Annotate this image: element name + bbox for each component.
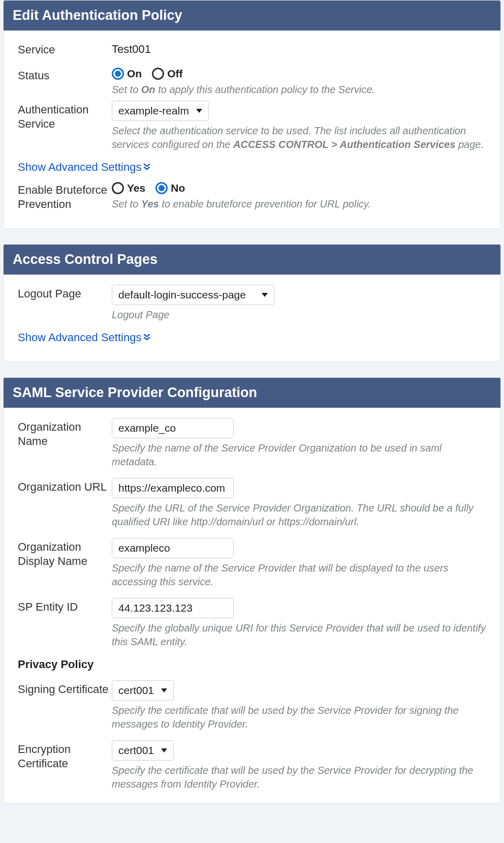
select-value: cert001	[118, 744, 154, 757]
radio-label-no: No	[171, 182, 185, 194]
panel-access-control-pages: Access Control Pages Logout Page default…	[3, 244, 501, 362]
label-org-display-name: Organization Display Name	[18, 538, 112, 569]
caret-down-icon	[161, 748, 167, 752]
radio-circle-icon	[152, 68, 164, 80]
caret-down-icon	[262, 293, 268, 297]
select-value: default-login-success-page	[118, 289, 246, 301]
row-auth-service: Authentication Service example-realm Sel…	[18, 101, 486, 152]
select-logout-page[interactable]: default-login-success-page	[112, 285, 274, 305]
panel-header-access-control-pages: Access Control Pages	[4, 245, 500, 275]
panel-edit-auth-policy: Edit Authentication Policy Service Test0…	[3, 0, 501, 229]
row-org-url: Organization URL https://exampleco.com S…	[18, 478, 486, 529]
row-encryption-cert: Encryption Certificate cert001 Specify t…	[18, 740, 486, 791]
subheading-privacy-policy: Privacy Policy	[18, 658, 486, 671]
label-status: Status	[18, 67, 112, 83]
panel-header-edit-auth-policy: Edit Authentication Policy	[4, 1, 500, 31]
row-sp-entity-id: SP Entity ID 44.123.123.123 Specify the …	[18, 598, 486, 649]
row-org-display-name: Organization Display Name exampleco Spec…	[18, 538, 486, 589]
help-encryption-cert: Specify the certificate that will be use…	[112, 764, 486, 791]
help-logout-page: Logout Page	[112, 308, 486, 322]
label-auth-service: Authentication Service	[18, 101, 112, 132]
panel-body: Organization Name example_co Specify the…	[4, 408, 500, 803]
radio-group-status: On Off	[112, 67, 486, 80]
select-encryption-cert[interactable]: cert001	[112, 740, 174, 761]
radio-circle-icon	[155, 182, 168, 194]
radio-circle-icon	[112, 182, 124, 194]
label-sp-entity-id: SP Entity ID	[18, 598, 112, 615]
panel-header-saml-sp-config: SAML Service Provider Configuration	[4, 378, 500, 408]
radio-circle-icon	[112, 68, 124, 80]
radio-label-on: On	[127, 68, 142, 80]
link-show-advanced-settings[interactable]: Show Advanced Settings	[18, 161, 150, 174]
input-org-display-name[interactable]: exampleco	[112, 538, 234, 558]
panel-body: Service Test001 Status On Off	[4, 31, 500, 228]
label-logout-page: Logout Page	[18, 285, 112, 302]
help-sp-entity-id: Specify the globally unique URI for this…	[112, 621, 486, 649]
label-signing-cert: Signing Certificate	[18, 680, 112, 697]
radio-bruteforce-yes[interactable]: Yes	[112, 182, 145, 194]
select-value: cert001	[118, 684, 154, 697]
radio-bruteforce-no[interactable]: No	[155, 182, 185, 194]
radio-status-off[interactable]: Off	[152, 68, 182, 80]
help-auth-service: Select the authentication service to be …	[112, 124, 486, 152]
radio-label-yes: Yes	[127, 182, 145, 194]
label-org-url: Organization URL	[18, 478, 112, 495]
help-org-display-name: Specify the name of the Service Provider…	[112, 561, 486, 589]
help-org-name: Specify the name of the Service Provider…	[112, 441, 486, 469]
input-org-url[interactable]: https://exampleco.com	[112, 478, 234, 498]
panel-saml-sp-config: SAML Service Provider Configuration Orga…	[3, 377, 501, 804]
caret-down-icon	[196, 109, 202, 113]
input-sp-entity-id[interactable]: 44.123.123.123	[112, 598, 234, 618]
chevron-double-down-icon	[143, 334, 150, 342]
select-value: example-realm	[118, 105, 189, 117]
caret-down-icon	[161, 688, 167, 693]
row-org-name: Organization Name example_co Specify the…	[18, 418, 486, 469]
label-service: Service	[18, 41, 112, 57]
input-org-name[interactable]: example_co	[112, 418, 234, 438]
select-signing-cert[interactable]: cert001	[112, 680, 174, 701]
label-encryption-cert: Encryption Certificate	[18, 740, 112, 771]
help-status: Set to On to apply this authentication p…	[112, 83, 486, 97]
panel-body: Logout Page default-login-success-page L…	[4, 275, 500, 362]
radio-label-off: Off	[167, 68, 182, 80]
help-signing-cert: Specify the certificate that will be use…	[112, 704, 486, 731]
chevron-double-down-icon	[143, 163, 150, 171]
row-logout-page: Logout Page default-login-success-page L…	[18, 285, 486, 322]
radio-group-bruteforce: Yes No	[112, 181, 486, 194]
label-org-name: Organization Name	[18, 418, 112, 449]
help-org-url: Specify the URL of the Service Provider …	[112, 501, 486, 529]
row-signing-cert: Signing Certificate cert001 Specify the …	[18, 680, 486, 731]
radio-status-on[interactable]: On	[112, 68, 142, 80]
value-service: Test001	[112, 41, 151, 56]
link-show-advanced-settings[interactable]: Show Advanced Settings	[18, 331, 150, 344]
row-bruteforce: Enable Bruteforce Prevention Yes No	[18, 181, 486, 212]
row-status: Status On Off Set to On to apply thi	[18, 67, 486, 97]
label-bruteforce: Enable Bruteforce Prevention	[18, 181, 112, 212]
select-auth-service[interactable]: example-realm	[112, 101, 209, 121]
help-bruteforce: Set to Yes to enable bruteforce preventi…	[112, 197, 486, 211]
row-service: Service Test001	[18, 41, 486, 57]
